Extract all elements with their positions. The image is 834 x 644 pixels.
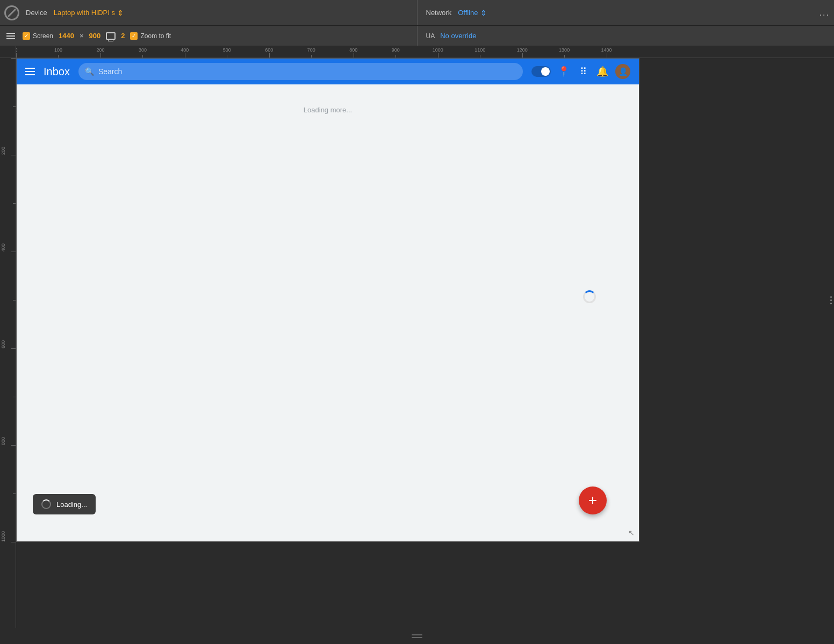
ua-value: No override	[440, 32, 476, 40]
bottom-bar	[0, 628, 834, 644]
ua-label: UA	[426, 32, 435, 40]
toolbar-ua-section: UA No override	[418, 26, 830, 46]
network-selector[interactable]: Offline ⇕	[458, 9, 486, 17]
loading-spinner	[583, 290, 596, 303]
toolbar-network-section: Network Offline ⇕ ...	[418, 0, 830, 25]
screen-device-icon	[106, 32, 116, 40]
device-selector[interactable]: Laptop with HiDPI s ⇕	[54, 9, 124, 17]
search-icon: 🔍	[85, 67, 94, 76]
more-options-icon[interactable]: ...	[819, 8, 830, 18]
screen-label: Screen	[33, 32, 53, 40]
notification-icon[interactable]: 🔔	[596, 65, 609, 78]
toast-spinner-icon	[41, 499, 51, 509]
screen-badge: 2	[121, 32, 125, 40]
resize-arrow-icon: ↖	[628, 528, 635, 537]
zoom-to-fit-item[interactable]: ✓ Zoom to fit	[130, 32, 171, 40]
toolbar-device-section: Device Laptop with HiDPI s ⇕	[4, 0, 418, 25]
zoom-checkbox-icon: ✓	[130, 32, 138, 40]
loading-more-text: Loading more...	[304, 106, 352, 114]
header-actions: 📍 ⠿ 🔔 👤	[531, 64, 630, 79]
screen-checkbox-icon: ✓	[23, 32, 30, 40]
grid-icon[interactable]: ⠿	[577, 65, 589, 78]
toolbar-screen-section: ✓ Screen 1440 × 900 2 ✓ Zoom to fit	[4, 26, 418, 46]
search-bar[interactable]: 🔍 Search	[78, 63, 523, 80]
device-name: Laptop with HiDPI s	[54, 9, 115, 17]
screen-checkbox-item[interactable]: ✓ Screen	[23, 32, 53, 40]
ruler-vertical: 2004006008001000	[0, 58, 16, 628]
compose-plus-icon: +	[588, 492, 597, 509]
toolbar-hamburger-icon[interactable]	[4, 31, 17, 41]
toggle-switch[interactable]	[531, 66, 551, 77]
user-avatar[interactable]: 👤	[615, 64, 630, 79]
chevron-updown-icon: ⇕	[117, 9, 124, 17]
loading-toast: Loading...	[33, 494, 96, 514]
ruler-horizontal: 0200400600800100012001400100300500700900…	[16, 46, 834, 58]
hamburger-menu-icon[interactable]	[25, 68, 35, 75]
loading-toast-text: Loading...	[56, 500, 87, 509]
toolbar-row1: Device Laptop with HiDPI s ⇕ Network Off…	[0, 0, 834, 26]
network-value: Offline	[458, 9, 478, 17]
inbox-body: Loading more... + Loading... ↖	[17, 84, 639, 541]
network-chevron-icon: ⇕	[480, 9, 487, 17]
toolbar-row2: ✓ Screen 1440 × 900 2 ✓ Zoom to fit UA N…	[0, 26, 834, 46]
network-label: Network	[426, 9, 452, 17]
screen-height: 900	[89, 32, 101, 40]
screen-x-separator: ×	[80, 32, 84, 40]
pin-icon[interactable]: 📍	[557, 65, 570, 78]
bottom-handle	[412, 634, 422, 638]
screen-width: 1440	[59, 32, 74, 40]
browser-frame: Inbox 🔍 Search 📍 ⠿ 🔔 👤 Loading more...	[16, 58, 639, 542]
inbox-header: Inbox 🔍 Search 📍 ⠿ 🔔 👤	[17, 59, 639, 84]
inbox-title: Inbox	[44, 66, 70, 78]
side-handle	[828, 58, 834, 542]
search-placeholder: Search	[98, 67, 122, 76]
no-entry-icon[interactable]	[4, 5, 19, 20]
compose-fab-button[interactable]: +	[579, 486, 607, 514]
device-label: Device	[26, 9, 47, 17]
zoom-to-fit-label: Zoom to fit	[140, 32, 171, 40]
main-area: 0200400600800100012001400100300500700900…	[0, 46, 834, 628]
inbox-app: Inbox 🔍 Search 📍 ⠿ 🔔 👤 Loading more...	[17, 59, 639, 541]
ruler-corner	[0, 46, 16, 58]
